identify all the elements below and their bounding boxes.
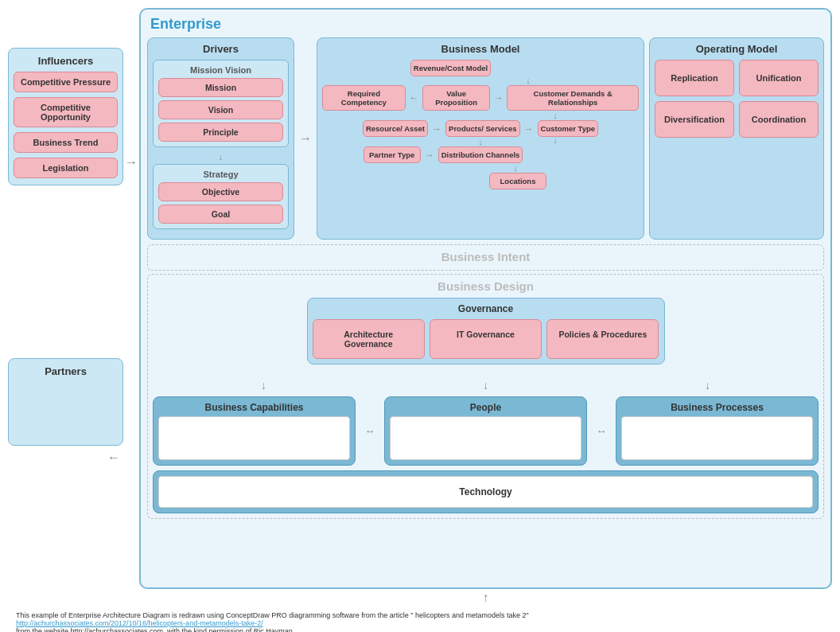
distribution-channels-box: Distribution Channels [438,146,523,163]
resource-asset-box: Resource/ Asset [363,120,428,137]
arrow-to-capabilities: ↓ [261,379,266,392]
page: Influencers Competitive Pressure Competi… [0,0,840,632]
ct-arrow-up: ↑ [527,137,584,146]
principle-box: Principle [158,123,283,142]
governance-title: Governance [313,303,659,314]
business-model-title: Business Model [322,43,639,55]
architecture-governance-item: Architecture Governance [313,319,425,359]
governance-arrows-down: ↓ ↓ ↓ [153,379,819,392]
bm-row-2: Required Competency ← Value Proposition … [322,85,639,111]
business-intent-area: Business Intent [147,244,824,271]
dc-arrow-down: ↓ [392,163,639,173]
governance-inner: Architecture Governance IT Governance Po… [313,319,659,359]
revenue-cost-box: Revenue/Cost Model [410,60,491,76]
influencer-arrow: → [125,155,138,170]
people-title: People [390,402,581,413]
bottom-row: Business Capabilities ↔ People ↔ Busines… [153,396,819,466]
arrow-to-people: ↓ [483,379,488,392]
strategy-section: Strategy Objective Goal [153,164,289,229]
business-capabilities-title: Business Capabilities [158,402,350,413]
arrow-to-processes: ↓ [705,379,710,392]
enterprise-title: Enterprise [147,16,824,33]
driver-section-arrow: ↓ [153,152,289,162]
governance-box: Governance Architecture Governance IT Go… [307,298,665,365]
mission-box: Mission [158,78,283,97]
business-capabilities-box: Business Capabilities [153,396,356,466]
bm-row-3: Resource/ Asset → Products/ Services → C… [322,120,639,137]
bm-row-4: Partner Type → Distribution Channels [322,146,639,163]
pt-dc-arrow: → [423,150,436,161]
bm-row-5: Locations [322,173,639,189]
vision-box: Vision [158,100,283,119]
ra-arrow-down [377,111,434,120]
cap-people-arrow: ↔ [360,396,379,466]
bm-arrow-1: ↓ [418,76,639,85]
footer-link[interactable]: http://achurchassociates.com/2012/10/16/… [16,619,263,627]
business-design-area: Business Design Governance Architecture … [147,274,824,519]
drivers-area: Drivers Mission Vision Mission Vision Pr… [147,37,294,240]
unification-box: Unification [739,60,819,96]
footer-line1: This example of Enterprise Architecture … [16,611,832,619]
influencer-competitive-pressure: Competitive Pressure [14,72,118,92]
drivers-title: Drivers [153,43,289,55]
influencers-section: Influencers Competitive Pressure Competi… [8,48,123,185]
business-intent-label: Business Intent [151,248,820,267]
bm-container: Revenue/Cost Model ↓ Required Competency… [322,60,639,189]
top-section: Drivers Mission Vision Mission Vision Pr… [147,37,824,240]
customer-demands-box: Customer Demands & Relationships [507,85,639,111]
cd-arrow-down: ↓ [527,111,584,120]
strategy-title: Strategy [158,170,283,179]
influencers-title: Influencers [14,55,118,67]
people-inner [390,416,581,460]
required-competency-box: Required Competency [322,85,406,111]
vp-cd-arrow: → [492,92,504,103]
diversification-box: Diversification [655,101,734,138]
partners-box: Partners [8,358,123,446]
bottom-scroll-arrow: ↑ [139,591,832,605]
bm-arrows-row2: ↓ ↑ [322,137,639,146]
operating-model-title: Operating Model [655,43,819,55]
business-processes-title: Business Processes [621,402,813,413]
business-capabilities-inner [158,416,350,460]
policies-procedures-item: Policies & Procedures [546,319,659,359]
people-box: People [384,396,587,466]
governance-container: Governance Architecture Governance IT Go… [153,298,819,373]
op-model-grid: Replication Unification Diversification … [655,60,819,138]
enterprise-area: Enterprise Drivers Mission Vision Missio… [139,8,832,589]
mission-vision-section: Mission Vision Mission Vision Principle [153,60,289,147]
business-processes-box: Business Processes [616,396,819,466]
technology-inner: Technology [158,476,813,508]
partner-type-box: Partner Type [364,146,421,163]
locations-box: Locations [489,173,546,189]
operating-model-area: Operating Model Replication Unification … [649,37,824,240]
bm-arrows-row: ↓ [322,111,639,120]
objective-box: Objective [158,182,283,201]
technology-label: Technology [459,486,511,497]
rc-arrow: ← [408,92,420,103]
influencer-competitive-opportunity: Competitive Opportunity [14,97,118,127]
ps-arrow-down: ↓ [452,137,509,146]
replication-box: Replication [655,60,734,96]
influencer-legislation: Legislation [14,158,118,178]
influencer-business-trend: Business Trend [14,132,118,153]
mission-title: Mission Vision [158,65,283,75]
drivers-bm-arrow: → [299,37,312,240]
business-design-label: Business Design [153,279,819,293]
coordination-box: Coordination [739,101,819,138]
business-processes-inner [621,416,813,460]
ra-ps-arrow: → [430,123,443,135]
it-governance-item: IT Governance [430,319,542,359]
customer-type-box: Customer Type [538,120,598,137]
ps-ct-arrow: → [523,123,535,135]
business-model-area: Business Model Revenue/Cost Model ↓ Requ… [317,37,644,240]
partners-title: Partners [14,365,118,377]
technology-bar: Technology [153,470,819,513]
products-services-box: Products/ Services [445,120,520,137]
footer: This example of Enterprise Architecture … [8,611,832,632]
partners-section: Partners ← [8,358,123,465]
goal-box: Goal [158,205,283,224]
partners-arrow: ← [8,451,123,465]
footer-line3: from the website http://achurchassociate… [16,627,832,632]
people-process-arrow: ↔ [592,396,611,466]
bm-row-1: Revenue/Cost Model [322,60,639,76]
